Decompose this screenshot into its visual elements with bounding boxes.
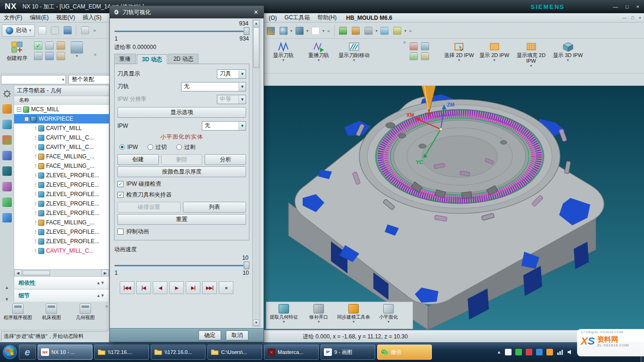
menu-edit[interactable]: 编辑(E): [26, 13, 52, 22]
expander-icon[interactable]: −: [25, 117, 29, 121]
hidden-icons-chevron[interactable]: ▲: [497, 350, 501, 354]
doc-restore-button[interactable]: □: [631, 16, 634, 20]
roles-icon[interactable]: [2, 213, 12, 222]
tree-item-mcs-mill[interactable]: − MCS_MILL: [14, 105, 109, 114]
scroll-left-icon[interactable]: ◀: [14, 270, 22, 277]
taskbar-item-mastercam[interactable]: ✕ Masterca...: [264, 345, 319, 360]
stop-button[interactable]: ■: [219, 281, 233, 294]
taskbar-item-wechat[interactable]: 微信: [377, 345, 432, 360]
reuse-library-icon[interactable]: [2, 151, 12, 160]
create-program-button[interactable]: 创建程序: [3, 41, 31, 61]
tree-item-operation[interactable]: !ZLEVEL_PROFILE...: [14, 189, 109, 199]
extract-geometry-button[interactable]: 提取几何特征 ▾: [266, 304, 301, 324]
av-tray-icon[interactable]: [546, 349, 553, 355]
move-slider[interactable]: [114, 27, 249, 35]
ipw-combo[interactable]: 无▼: [202, 121, 246, 131]
overflow-chevron-icon[interactable]: »: [92, 28, 98, 33]
tree-item-operation[interactable]: !ZLEVEL_PROFILE...: [14, 227, 109, 237]
menu-help[interactable]: 帮助(H): [314, 13, 340, 22]
delete-button[interactable]: 删除: [161, 154, 203, 165]
constraint-navigator-icon[interactable]: [2, 120, 12, 129]
part-navigator-icon[interactable]: [2, 135, 12, 145]
taskbar-item-nx[interactable]: NX NX 10 - ...: [38, 345, 92, 360]
settings-icon[interactable]: [421, 52, 429, 60]
generate-toolpath-icon[interactable]: ✓: [34, 41, 42, 50]
name-column-header[interactable]: 名称: [14, 96, 109, 105]
taskbar-item-paint[interactable]: 9 - 画图: [321, 345, 375, 360]
history-icon[interactable]: [2, 182, 12, 191]
show-3d-ipw-button[interactable]: 显示 3D IPW ▾: [552, 40, 585, 62]
display-options-button[interactable]: 显示选项: [117, 107, 246, 118]
tree-item-operation[interactable]: !ZLEVEL_PROFILE...: [14, 237, 109, 246]
start-button[interactable]: [3, 345, 17, 359]
tree-item-operation[interactable]: !FACE_MILLING_...: [14, 161, 109, 171]
menu-insert[interactable]: 插入(S): [79, 13, 105, 22]
chevron-down-icon[interactable]: ▾: [405, 29, 406, 33]
tab-replay[interactable]: 重播: [114, 54, 136, 64]
chat-tray-icon[interactable]: [515, 349, 522, 355]
tree-item-workpiece[interactable]: − WORKPIECE: [14, 114, 109, 123]
show-2d-ipw-button[interactable]: 显示 2D IPW ▾: [478, 40, 511, 62]
tree-item-operation[interactable]: !CAVITY_MILL: [14, 123, 109, 133]
go-to-start-button[interactable]: |◀◀: [120, 281, 134, 294]
web-browser-icon[interactable]: [2, 197, 12, 207]
scroll-right-icon[interactable]: ▶: [101, 270, 109, 277]
horizontal-scrollbar[interactable]: ◀ ▶: [14, 269, 109, 276]
menu-window[interactable]: (O): [265, 13, 281, 22]
overflow-chevron-icon[interactable]: »: [408, 28, 413, 33]
tree-item-operation[interactable]: !ZLEVEL_PROFILE...: [14, 180, 109, 189]
speed-slider[interactable]: [114, 261, 249, 270]
gear-icon[interactable]: [3, 90, 11, 98]
radio-gouge[interactable]: 过切: [148, 143, 167, 151]
select-2d-ipw-button[interactable]: 选择 2D IPW ▾: [443, 40, 476, 62]
strip-scroll-up-icon[interactable]: ▲: [5, 285, 9, 290]
crosshair-icon[interactable]: [379, 25, 390, 36]
ruler-icon[interactable]: [392, 25, 403, 36]
show-filled-2d-ipw-button[interactable]: 显示填充 2D IPW ▾: [513, 40, 549, 68]
menu-gc-toolbox[interactable]: GC工具箱: [281, 13, 314, 22]
close-button[interactable]: ×: [636, 4, 639, 9]
cancel-button[interactable]: 取消: [226, 330, 248, 340]
ime-icon[interactable]: [505, 349, 512, 355]
reset-button[interactable]: 重置: [117, 214, 246, 225]
dialog-title-bar[interactable]: 刀轨可视化 ✕: [110, 6, 264, 18]
volume-icon[interactable]: [567, 349, 573, 355]
slider-handle[interactable]: [244, 262, 249, 269]
gouge-check-icon[interactable]: [410, 42, 418, 50]
radio-ipw[interactable]: IPW: [119, 144, 138, 150]
play-backward-button[interactable]: ◀: [153, 281, 167, 294]
scroll-up-icon[interactable]: ▲: [253, 20, 259, 26]
program-order-view-button[interactable]: 程序顺序视图: [3, 304, 33, 320]
show-toolpath-button[interactable]: 显示刀轨 ▾: [267, 40, 300, 62]
patch-openings-button[interactable]: 修补开口 ▾: [301, 304, 336, 324]
assembly-navigator-icon[interactable]: [2, 104, 12, 114]
scroll-down-icon[interactable]: ▼: [253, 320, 259, 326]
overflow-chevron-icon[interactable]: »: [104, 304, 109, 309]
cut-button[interactable]: [79, 25, 91, 36]
shop-doc-icon[interactable]: [57, 52, 65, 60]
thickness-by-color-button[interactable]: 按颜色显示厚度: [117, 166, 246, 177]
tree-item-operation[interactable]: !ZLEVEL_PROFILE...: [14, 171, 109, 180]
details-panel[interactable]: 细节 ▲▼: [14, 289, 109, 302]
internet-explorer-button[interactable]: e: [19, 345, 36, 360]
tree-item-operation[interactable]: !ZLEVEL_PROFILE...: [14, 199, 109, 208]
scrollbar-thumb[interactable]: [23, 271, 50, 276]
tree-item-operation-highlighted[interactable]: !CAVITY_MILL_C...: [14, 246, 109, 255]
open-file-button[interactable]: [49, 25, 60, 36]
tree-item-operation[interactable]: !CAVITY_MILL_C...: [14, 142, 109, 152]
facet-body-button[interactable]: 小平面化 ▾: [371, 304, 406, 324]
measure-icon[interactable]: [363, 25, 374, 36]
optimize-icon[interactable]: [410, 52, 418, 60]
taskbar-item-share2[interactable]: \\172.16.0...: [151, 345, 206, 360]
create-button[interactable]: 创建: [117, 154, 159, 165]
tree-item-operation[interactable]: !FACE_MILLING_...: [14, 218, 109, 227]
taskbar-item-users-folder[interactable]: C:\Users\...: [207, 345, 262, 360]
tab-3d-dynamic[interactable]: 3D 动态: [137, 54, 167, 64]
restore-button[interactable]: □: [626, 4, 629, 9]
chevron-down-icon[interactable]: ▾: [306, 29, 308, 33]
taskbar-item-share1[interactable]: \\172.16....: [94, 345, 149, 360]
postprocess-icon[interactable]: [57, 41, 65, 50]
snap-grid-icon[interactable]: [265, 25, 276, 36]
step-forward-button[interactable]: ▶|: [186, 281, 200, 294]
hd3d-tools-icon[interactable]: [2, 166, 12, 176]
